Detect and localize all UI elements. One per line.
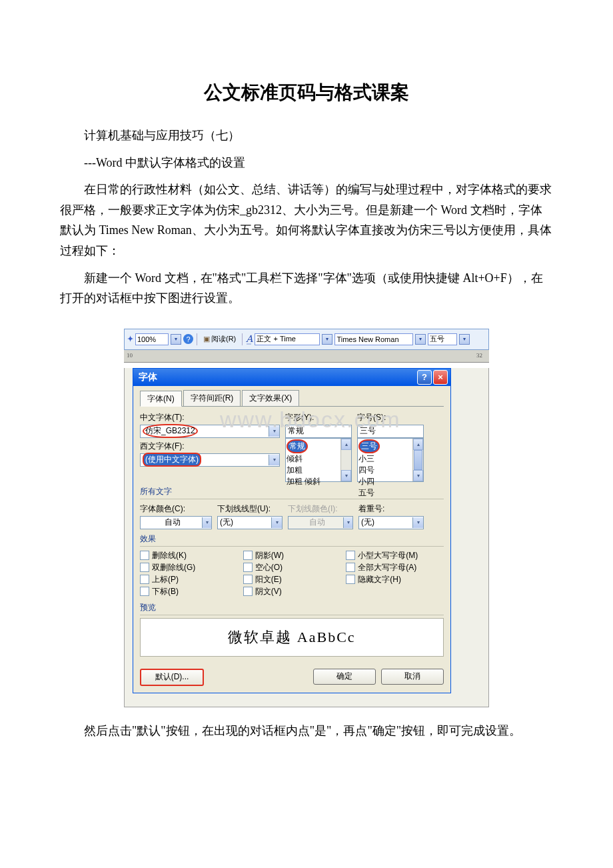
- effects-group-label: 效果: [140, 533, 444, 545]
- cjk-font-combo[interactable]: 仿宋_GB2312 ▾: [140, 425, 280, 438]
- latin-font-value: (使用中文字体): [143, 453, 201, 467]
- chevron-down-icon[interactable]: ▾: [269, 426, 279, 437]
- ruler-mark: 32: [476, 352, 482, 359]
- divider: [140, 499, 444, 499]
- underline-color-combo: 自动 ▾: [288, 516, 353, 529]
- zoom-dropdown-arrow-icon[interactable]: ▾: [171, 334, 181, 345]
- close-button[interactable]: ×: [433, 370, 448, 385]
- smallcaps-checkbox[interactable]: 小型大写字母(M): [346, 550, 444, 561]
- style-label: 字形(Y):: [285, 412, 352, 423]
- preview-box: 微软卓越 AaBbCc: [140, 618, 444, 657]
- preview-text: 微软卓越 AaBbCc: [228, 627, 355, 647]
- dialog-tabs: 字体(N) 字符间距(R) 文字效果(X): [140, 390, 444, 407]
- size-value: 五号: [430, 334, 444, 344]
- separator: [197, 333, 197, 345]
- underline-style-combo[interactable]: (无) ▾: [217, 516, 283, 529]
- superscript-checkbox[interactable]: 上标(P): [140, 574, 238, 585]
- paragraph: ---Word 中默认字体格式的设置: [60, 153, 553, 173]
- font-dialog: 字体 ? × 字体(N) 字符间距(R) 文字效果(X) 中文字体(T):: [133, 368, 451, 693]
- size-dropdown-arrow-icon[interactable]: ▾: [459, 334, 470, 345]
- style-icon[interactable]: A̲: [246, 333, 253, 345]
- dialog-body: 字体(N) 字符间距(R) 文字效果(X) 中文字体(T): 仿宋_GB2312…: [133, 386, 450, 693]
- chevron-down-icon: ▾: [343, 517, 352, 528]
- font-combo[interactable]: Times New Roman: [334, 333, 413, 345]
- cancel-button[interactable]: 取消: [381, 669, 444, 685]
- chevron-down-icon[interactable]: ▾: [202, 517, 211, 528]
- book-icon: ▣: [203, 335, 210, 343]
- size-combo[interactable]: 五号: [428, 333, 457, 345]
- font-color-combo[interactable]: 自动 ▾: [140, 516, 212, 529]
- scroll-up-icon[interactable]: ▴: [341, 439, 351, 450]
- style-listbox[interactable]: 常规 倾斜 加粗 加粗 倾斜 ▴ ▾: [285, 438, 352, 482]
- font-dropdown-arrow-icon[interactable]: ▾: [415, 334, 426, 345]
- dialog-titlebar[interactable]: 字体 ? ×: [133, 369, 450, 386]
- chevron-down-icon[interactable]: ▾: [412, 517, 423, 528]
- emphasis-value: (无): [361, 517, 374, 528]
- tab-font[interactable]: 字体(N): [140, 391, 182, 407]
- style-combo[interactable]: 正文 + Time: [255, 333, 320, 345]
- underline-style-label: 下划线线型(U):: [217, 503, 283, 515]
- dialog-title: 字体: [139, 371, 157, 383]
- zoom-value: 100%: [137, 335, 156, 343]
- outline-checkbox[interactable]: 空心(O): [243, 562, 341, 573]
- ruler: 10 32: [124, 350, 489, 363]
- paragraph: 计算机基础与应用技巧（七）: [60, 125, 553, 146]
- cjk-font-value: 仿宋_GB2312: [143, 424, 198, 438]
- dstrike-checkbox[interactable]: 双删除线(G): [140, 562, 238, 573]
- page-title: 公文标准页码与格式课案: [60, 80, 553, 105]
- size-label: 字号(S):: [357, 412, 424, 423]
- help-button[interactable]: ?: [417, 370, 432, 385]
- document-page: 公文标准页码与格式课案 计算机基础与应用技巧（七） ---Word 中默认字体格…: [0, 0, 613, 787]
- list-item[interactable]: 三号: [358, 439, 380, 453]
- paragraph: 然后点击"默认"按钮，在出现的对话框内点"是"，再点"确定"按钮，即可完成设置。: [60, 721, 553, 741]
- strike-checkbox[interactable]: 删除线(K): [140, 550, 238, 561]
- scroll-thumb[interactable]: [414, 450, 422, 470]
- emphasis-combo[interactable]: (无) ▾: [358, 516, 424, 529]
- word-toolbar: ✦ 100% ▾ ? ▣ 阅读(R) A̲ 正文 + Time ▾ Times …: [124, 329, 489, 350]
- ruler-mark: 10: [127, 352, 133, 359]
- underline-color-value: 自动: [291, 517, 343, 528]
- format-painter-icon[interactable]: ✦: [127, 335, 133, 343]
- shadow-checkbox[interactable]: 阴影(W): [243, 550, 341, 561]
- style-dropdown-arrow-icon[interactable]: ▾: [322, 334, 332, 345]
- font-color-label: 字体颜色(C):: [140, 503, 212, 515]
- font-color-value: 自动: [143, 517, 202, 528]
- help-icon[interactable]: ?: [183, 334, 193, 344]
- scrollbar[interactable]: ▴ ▾: [340, 439, 351, 481]
- dialog-footer: 默认(D)... 确定 取消: [140, 669, 444, 686]
- chevron-down-icon[interactable]: ▾: [269, 455, 279, 465]
- hidden-checkbox[interactable]: 隐藏文字(H): [346, 574, 444, 585]
- list-item[interactable]: 常规: [287, 439, 308, 453]
- emboss-checkbox[interactable]: 阳文(E): [243, 574, 341, 585]
- tab-text-effects[interactable]: 文字效果(X): [242, 390, 299, 406]
- latin-font-combo[interactable]: (使用中文字体) ▾: [140, 453, 280, 467]
- latin-font-label: 西文字体(F):: [140, 441, 280, 452]
- preview-group-label: 预览: [140, 602, 444, 613]
- underline-style-value: (无): [220, 517, 233, 528]
- scroll-down-icon[interactable]: ▾: [413, 470, 423, 481]
- underline-color-label: 下划线颜色(I):: [288, 503, 353, 515]
- style-input[interactable]: 常规: [285, 425, 352, 438]
- subscript-checkbox[interactable]: 下标(B): [140, 586, 238, 597]
- zoom-combo[interactable]: 100%: [135, 333, 169, 345]
- divider: [140, 546, 444, 547]
- style-value: 常规: [288, 425, 304, 437]
- emphasis-label: 着重号:: [358, 503, 424, 515]
- scrollbar[interactable]: ▴ ▾: [412, 439, 423, 481]
- style-value: 正文 + Time: [257, 334, 296, 344]
- size-input[interactable]: 三号: [357, 425, 424, 438]
- scroll-down-icon[interactable]: ▾: [341, 470, 351, 481]
- scroll-up-icon[interactable]: ▴: [413, 439, 423, 450]
- allcaps-checkbox[interactable]: 全部大写字母(A): [346, 562, 444, 573]
- list-item[interactable]: 五号: [358, 487, 422, 499]
- default-button[interactable]: 默认(D)...: [140, 669, 204, 686]
- size-value: 三号: [360, 425, 376, 437]
- size-listbox[interactable]: 三号 小三 四号 小四 五号 ▴ ▾: [357, 438, 424, 482]
- chevron-down-icon[interactable]: ▾: [271, 517, 282, 528]
- ok-button[interactable]: 确定: [313, 669, 376, 685]
- engrave-checkbox[interactable]: 阴文(V): [243, 586, 341, 597]
- font-value: Times New Roman: [336, 335, 398, 343]
- reading-layout-button[interactable]: ▣ 阅读(R): [201, 333, 239, 345]
- paragraph: 新建一个 Word 文档，在"格式"工具栏下选择"字体"选项（或使用快捷键 Al…: [60, 268, 553, 309]
- tab-char-spacing[interactable]: 字符间距(R): [183, 390, 241, 406]
